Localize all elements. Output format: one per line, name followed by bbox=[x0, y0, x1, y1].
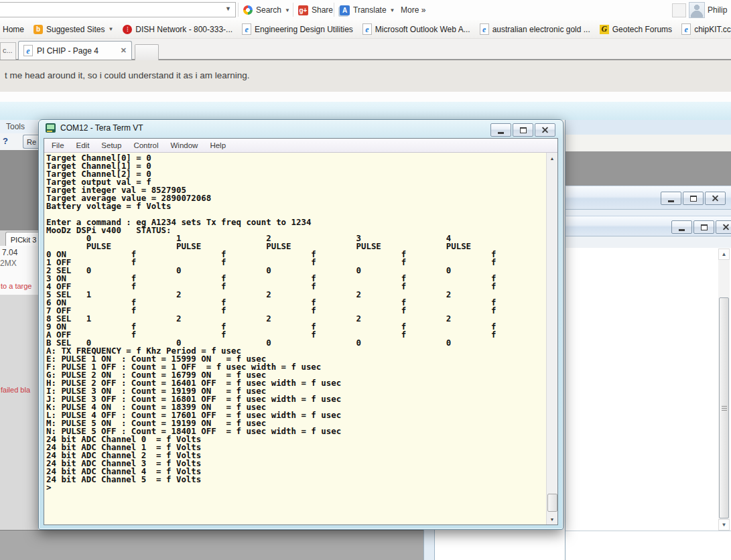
favorite-suggested-sites[interactable]: b Suggested Sites ▼ bbox=[34, 25, 113, 34]
background-document: ▲ ▼ bbox=[565, 248, 731, 560]
close-icon bbox=[541, 127, 549, 134]
scrollbar-thumb[interactable] bbox=[547, 494, 557, 512]
scroll-up-icon[interactable]: ▲ bbox=[547, 153, 557, 163]
minimize-icon bbox=[679, 229, 685, 231]
background-band bbox=[565, 210, 731, 216]
user-name[interactable]: Philip bbox=[708, 0, 727, 20]
menu-control[interactable]: Control bbox=[127, 139, 164, 151]
search-button-label: Search bbox=[256, 5, 281, 15]
background-panel bbox=[0, 530, 423, 560]
close-button[interactable] bbox=[705, 192, 726, 205]
window-title: COM12 - Tera Term VT bbox=[60, 123, 143, 133]
browser-toolbar: ▼ Search ▼ g+ Share A Translate ▼ More »… bbox=[0, 0, 731, 21]
ie-icon: e bbox=[23, 45, 33, 56]
close-button[interactable] bbox=[535, 123, 555, 137]
favorite-home[interactable]: Home bbox=[3, 25, 24, 34]
window-titlebar[interactable]: COM12 - Tera Term VT bbox=[46, 123, 143, 133]
new-tab-button[interactable] bbox=[135, 44, 159, 60]
toolbar-divider bbox=[334, 3, 334, 17]
background-window-titlebar bbox=[565, 216, 731, 236]
scroll-down-icon[interactable]: ▼ bbox=[718, 519, 730, 531]
translate-button[interactable]: A Translate ▼ bbox=[340, 0, 395, 20]
chip-text: 2MX bbox=[0, 259, 17, 268]
minimize-button[interactable] bbox=[661, 192, 681, 205]
more-button[interactable]: More » bbox=[401, 0, 425, 20]
page-content: t me head around it, so i could understa… bbox=[0, 60, 731, 92]
background-panel bbox=[565, 151, 731, 186]
restore-button[interactable] bbox=[513, 123, 533, 137]
favorite-australian-gold[interactable]: e australian electronic gold ... bbox=[480, 23, 590, 35]
suggested-sites-icon: b bbox=[34, 25, 43, 34]
favorite-engineering-design[interactable]: e Engineering Design Utilities bbox=[242, 23, 353, 35]
re-button[interactable]: Re bbox=[23, 135, 40, 149]
minimize-button[interactable] bbox=[671, 220, 692, 234]
favorite-chipkit[interactable]: e chipKIT.cc • Index bbox=[681, 23, 731, 35]
dish-network-icon: ⋮ bbox=[123, 25, 132, 34]
scroll-up-icon[interactable]: ▲ bbox=[718, 249, 730, 260]
minimize-icon bbox=[668, 200, 674, 202]
desktop: ▼ Search ▼ g+ Share A Translate ▼ More »… bbox=[0, 0, 731, 560]
minimize-icon bbox=[498, 132, 504, 134]
divider bbox=[566, 531, 731, 531]
background-band bbox=[0, 92, 731, 102]
scrollbar[interactable]: ▲ ▼ bbox=[718, 249, 730, 531]
restore-icon bbox=[520, 127, 527, 133]
menu-bar: File Edit Setup Control Window Help bbox=[44, 139, 557, 153]
chevron-down-icon: ▼ bbox=[285, 7, 290, 13]
restore-button[interactable] bbox=[693, 220, 714, 234]
terminal-output: Target Channel[0] = 0 Target Channel[1] … bbox=[46, 154, 496, 492]
search-button[interactable]: Search ▼ bbox=[243, 0, 290, 20]
toolbar-divider bbox=[238, 3, 239, 17]
menu-file[interactable]: File bbox=[46, 139, 70, 151]
close-icon[interactable]: ✕ bbox=[121, 46, 127, 55]
menu-window[interactable]: Window bbox=[165, 139, 204, 151]
restore-icon bbox=[701, 224, 708, 230]
search-input[interactable]: ▼ bbox=[0, 2, 236, 17]
favorite-geotech-forums[interactable]: G Geotech Forums bbox=[600, 25, 672, 34]
terminal-scrollbar[interactable]: ▲ ▼ bbox=[546, 153, 557, 524]
close-icon bbox=[712, 195, 719, 202]
google-search-icon bbox=[243, 5, 253, 15]
background-band bbox=[565, 135, 731, 151]
minimize-button[interactable] bbox=[490, 123, 511, 137]
toolbar-button[interactable] bbox=[672, 3, 686, 17]
chevron-down-icon[interactable]: ▼ bbox=[225, 5, 231, 12]
ie-page-icon: e bbox=[480, 23, 489, 35]
share-button[interactable]: g+ Share bbox=[298, 0, 333, 20]
favorite-dish-network[interactable]: ⋮ DISH Network - 800-333-... bbox=[123, 25, 232, 34]
terminal-viewport[interactable]: Target Channel[0] = 0 Target Channel[1] … bbox=[44, 153, 557, 524]
google-plus-icon: g+ bbox=[298, 5, 308, 15]
ie-page-icon: e bbox=[362, 23, 372, 35]
menu-edit[interactable]: Edit bbox=[70, 139, 96, 151]
menu-help[interactable]: Help bbox=[204, 139, 232, 151]
avatar[interactable] bbox=[689, 2, 705, 18]
teraterm-icon bbox=[46, 123, 56, 133]
menu-setup[interactable]: Setup bbox=[95, 139, 127, 151]
translate-icon: A bbox=[340, 5, 350, 15]
help-button[interactable]: ? bbox=[3, 136, 8, 146]
toolbar-divider bbox=[293, 3, 293, 17]
more-button-label: More » bbox=[401, 5, 425, 15]
tab-pi-chip[interactable]: e PI CHIP - Page 4 ✕ bbox=[18, 41, 132, 60]
background-window-glass bbox=[0, 102, 731, 120]
scroll-down-icon[interactable]: ▼ bbox=[547, 514, 557, 524]
restore-button[interactable] bbox=[683, 192, 704, 205]
translate-button-label: Translate bbox=[353, 5, 387, 15]
background-panel bbox=[0, 150, 38, 230]
background-pane bbox=[0, 295, 38, 530]
teraterm-window: COM12 - Tera Term VT File Edit Setup Con… bbox=[38, 119, 563, 530]
tab-pickit3[interactable]: PICkit 3 bbox=[5, 232, 42, 247]
window-client-area: File Edit Setup Control Window Help Targ… bbox=[44, 138, 558, 525]
tab-label: PI CHIP - Page 4 bbox=[37, 46, 98, 56]
tab-bar: c... e PI CHIP - Page 4 ✕ ⌂ ▼ ▼ Page ▼ S… bbox=[0, 39, 731, 60]
share-button-label: Share bbox=[312, 5, 333, 15]
scrollbar-thumb[interactable] bbox=[719, 297, 729, 518]
close-button[interactable] bbox=[716, 220, 731, 234]
favorite-outlook[interactable]: e Microsoft Outlook Web A... bbox=[362, 23, 470, 35]
tools-menu[interactable]: Tools bbox=[6, 122, 25, 131]
background-band bbox=[565, 236, 731, 248]
chevron-down-icon: ▼ bbox=[108, 26, 113, 32]
background-menubar: Tools bbox=[0, 120, 38, 133]
tab-partial[interactable]: c... bbox=[0, 42, 16, 60]
background-tabstrip: PICkit 3 bbox=[0, 230, 38, 246]
